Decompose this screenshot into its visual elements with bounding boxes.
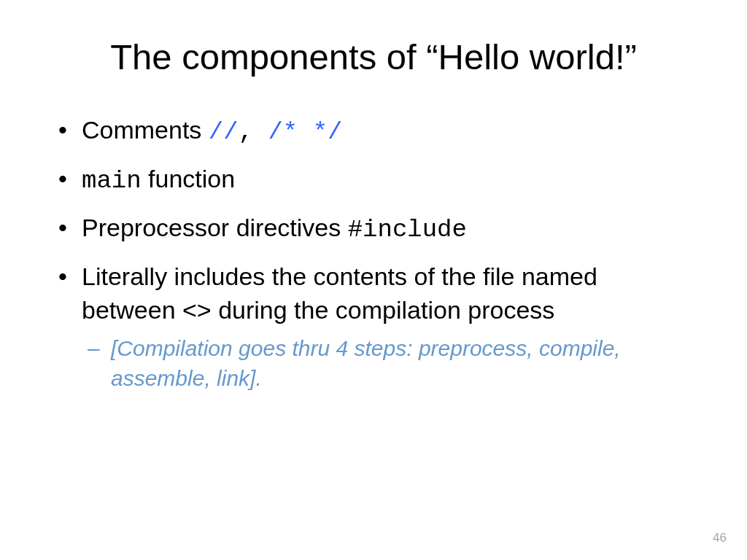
slide-number: 46 [713, 531, 727, 545]
code-block-comment: /* */ [268, 118, 342, 146]
bullet-comments: Comments //, /* */ [51, 114, 696, 149]
bullet-preprocessor: Preprocessor directives #include [51, 211, 696, 247]
code-line-comment: // [209, 118, 239, 146]
bullet-includes-text: Literally includes the contents of the f… [82, 262, 597, 324]
bullet-main: main function [51, 163, 696, 198]
sub-bullet-compilation-steps: [Compilation goes thru 4 steps: preproce… [82, 334, 696, 393]
sub-bullet-text: [Compilation goes thru 4 steps: preproce… [111, 336, 621, 390]
slide: The components of “Hello world!” Comment… [0, 0, 747, 560]
bullet-preprocessor-label: Preprocessor directives [82, 214, 348, 241]
bullet-main-rest: function [142, 165, 236, 192]
bullet-comments-label: Comments [82, 116, 209, 144]
bullet-comments-sep: , [239, 118, 268, 146]
sub-bullet-list: [Compilation goes thru 4 steps: preproce… [82, 334, 696, 393]
bullet-includes-description: Literally includes the contents of the f… [51, 260, 696, 394]
code-include: #include [348, 216, 467, 244]
bullet-list: Comments //, /* */ main function Preproc… [51, 114, 696, 393]
slide-title: The components of “Hello world!” [51, 36, 696, 77]
code-main: main [82, 167, 142, 195]
